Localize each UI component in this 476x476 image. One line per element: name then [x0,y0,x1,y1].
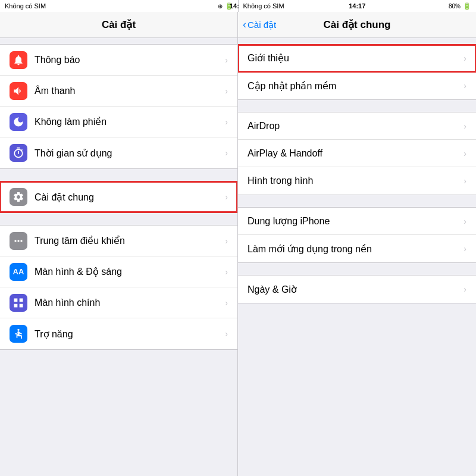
back-button[interactable]: ‹ Cài đặt [243,18,276,31]
right-item-airplay[interactable]: AirPlay & Handoff › [238,140,476,167]
right-group-1: Giới thiệu › Cập nhật phần mềm › [238,44,476,100]
svg-point-2 [20,240,22,242]
hinh-trong-hinh-chevron: › [464,176,466,186]
right-item-cap-nhat[interactable]: Cập nhật phần mềm › [238,72,476,99]
tro-nang-icon [10,325,27,343]
right-battery-percent: 80% [449,3,461,10]
right-carrier: Không có SIM [243,2,284,10]
gioi-thieu-chevron: › [464,54,466,63]
settings-item-cai-dat-chung[interactable]: Cài đặt chung › [0,181,237,212]
trung-tam-chevron: › [225,236,228,246]
man-hinh-do-sang-label: Màn hình & Độ sáng [35,266,225,277]
gioi-thieu-label: Giới thiệu [248,52,464,64]
settings-item-man-hinh-chinh[interactable]: Màn hình chính › [0,287,237,318]
airplay-chevron: › [464,149,466,158]
right-group-2: AirDrop › AirPlay & Handoff › Hình trong… [238,112,476,195]
right-panel: ‹ Cài đặt Cài đặt chung Giới thiệu › Cập… [238,12,476,476]
settings-item-tro-nang[interactable]: Trợ năng › [0,318,237,349]
left-nav-title: Cài đặt [102,18,136,31]
tro-nang-chevron: › [225,329,228,339]
cai-dat-chung-label: Cài đặt chung [35,192,225,203]
cai-dat-chung-chevron: › [225,192,228,202]
airdrop-label: AirDrop [248,121,464,131]
left-settings-list: Thông báo › Âm thanh › Không làm phi [0,38,237,476]
left-carrier: Không có SIM [5,2,46,10]
man-hinh-do-sang-chevron: › [225,267,228,277]
trung-tam-icon [10,232,27,250]
tro-nang-label: Trợ năng [35,328,225,340]
am-thanh-chevron: › [225,86,228,96]
left-group-2: Cài đặt chung › [0,181,237,213]
cai-dat-chung-icon [10,188,27,206]
am-thanh-icon [10,82,27,100]
right-group-4: Ngày & Giờ › [238,275,476,303]
lam-moi-label: Làm mới ứng dụng trong nền [248,243,464,255]
settings-item-thoi-gian[interactable]: Thời gian sử dụng › [0,137,237,168]
settings-item-man-hinh-do-sang[interactable]: AA Màn hình & Độ sáng › [0,256,237,287]
cap-nhat-label: Cập nhật phần mềm [248,80,464,92]
svg-point-1 [14,240,16,242]
svg-point-0 [17,240,19,242]
dung-luong-label: Dung lượng iPhone [248,215,464,227]
settings-item-thong-bao[interactable]: Thông báo › [0,45,237,76]
settings-item-khong-lam-phien[interactable]: Không làm phiền › [0,107,237,137]
khong-lam-phien-label: Không làm phiền [35,116,225,127]
right-item-gioi-thieu[interactable]: Giới thiệu › [238,45,476,72]
hinh-trong-hinh-label: Hình trong hình [248,176,464,186]
khong-lam-phien-chevron: › [225,117,228,127]
man-hinh-chinh-chevron: › [225,298,228,308]
settings-item-am-thanh[interactable]: Âm thanh › [0,76,237,107]
settings-item-trung-tam[interactable]: Trung tâm điều khiển › [0,226,237,256]
airdrop-chevron: › [464,121,466,131]
right-item-ngay-gio[interactable]: Ngày & Giờ › [238,275,476,303]
right-settings-list: Giới thiệu › Cập nhật phần mềm › AirDrop… [238,38,476,476]
right-item-hinh-trong-hinh[interactable]: Hình trong hình › [238,167,476,195]
left-panel: Cài đặt Thông báo › Âm thanh [0,12,238,476]
lam-moi-chevron: › [464,244,466,253]
man-hinh-chinh-label: Màn hình chính [35,298,225,308]
left-location-icon: ⊕ [218,3,223,10]
thoi-gian-label: Thời gian sử dụng [35,148,225,159]
thoi-gian-icon [10,144,27,162]
right-group-3: Dung lượng iPhone › Làm mới ứng dụng tro… [238,207,476,263]
back-chevron-icon: ‹ [243,18,246,31]
right-nav-bar: ‹ Cài đặt Cài đặt chung [238,12,476,38]
right-status-bar: Không có SIM 14:17 80% 🔋 [239,0,477,12]
svg-point-3 [17,329,19,331]
thong-bao-label: Thông báo [35,55,225,65]
man-hinh-do-sang-icon: AA [10,263,27,281]
back-label: Cài đặt [248,20,276,30]
right-item-dung-luong[interactable]: Dung lượng iPhone › [238,208,476,235]
man-hinh-chinh-icon [10,294,27,312]
thong-bao-chevron: › [225,55,228,65]
right-time: 14:17 [349,2,365,10]
khong-lam-phien-icon [10,113,27,131]
am-thanh-label: Âm thanh [35,86,225,96]
ngay-gio-label: Ngày & Giờ [248,284,464,295]
dung-luong-chevron: › [464,217,466,226]
right-item-lam-moi[interactable]: Làm mới ứng dụng trong nền › [238,235,476,262]
right-nav-title: Cài đặt chung [324,18,391,31]
thong-bao-icon [10,51,27,69]
left-group-3: Trung tâm điều khiển › AA Màn hình & Độ … [0,225,237,350]
right-item-airdrop[interactable]: AirDrop › [238,112,476,140]
trung-tam-label: Trung tâm điều khiển [35,235,225,246]
left-group-1: Thông báo › Âm thanh › Không làm phi [0,44,237,169]
airplay-label: AirPlay & Handoff [248,148,464,159]
left-nav-bar: Cài đặt [0,12,237,38]
cap-nhat-chevron: › [464,81,466,90]
thoi-gian-chevron: › [225,148,228,158]
left-status-bar: Không có SIM 14:17 ⊕ 🔋 [0,0,239,12]
ngay-gio-chevron: › [464,284,466,294]
right-battery-icon: 🔋 [463,2,471,10]
